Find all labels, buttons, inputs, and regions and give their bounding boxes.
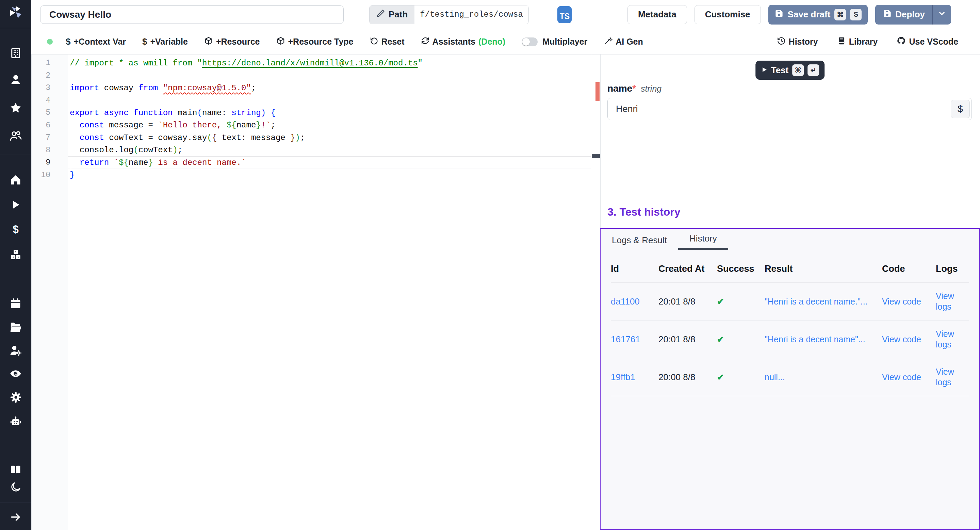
run-id-link[interactable]: da1100 bbox=[611, 283, 659, 321]
col-success: Success bbox=[717, 259, 765, 283]
save-draft-label: Save draft bbox=[788, 9, 830, 20]
kbd-enter: ↵ bbox=[808, 64, 819, 76]
package-icon bbox=[276, 37, 285, 47]
path-button[interactable]: Path f/testing_roles/cowsa bbox=[369, 5, 529, 24]
view-logs-link[interactable]: View logs bbox=[936, 321, 969, 358]
success-check-icon: ✔ bbox=[717, 358, 765, 396]
sidebar-item-audit-eye[interactable] bbox=[8, 367, 23, 380]
created-at-cell: 20:00 8/8 bbox=[659, 358, 717, 396]
preview-pane: Test ⌘ ↵ name * string $ 3. Test history bbox=[600, 54, 980, 530]
library-book-icon-button[interactable]: Library bbox=[837, 37, 878, 47]
add-context-var-button[interactable]: $ +Context Var bbox=[66, 37, 126, 47]
sidebar-item-settings-gear[interactable] bbox=[8, 390, 23, 404]
code-line: 2 bbox=[32, 69, 600, 82]
path-value[interactable]: f/testing_roles/cowsa bbox=[414, 5, 528, 24]
col-created-at: Created At bbox=[659, 259, 717, 283]
col-logs: Logs bbox=[936, 259, 969, 283]
editor-lines: 1// import * as wmill from "https://deno… bbox=[32, 57, 600, 181]
line-number: 6 bbox=[32, 121, 50, 130]
multiplayer-toggle[interactable] bbox=[522, 37, 538, 46]
variable-picker-button[interactable]: $ bbox=[951, 100, 970, 118]
windmill-logo-icon[interactable] bbox=[8, 5, 23, 19]
result-link[interactable]: null... bbox=[765, 358, 882, 396]
line-number: 4 bbox=[32, 96, 50, 105]
view-code-link[interactable]: View code bbox=[882, 283, 936, 321]
argument-name-input[interactable] bbox=[608, 98, 972, 120]
sidebar-collapse-arrow-icon[interactable] bbox=[8, 510, 23, 524]
add-resource-type-button[interactable]: +Resource Type bbox=[276, 37, 353, 47]
deploy-button[interactable]: Deploy bbox=[875, 5, 932, 24]
language-badge-ts: TS bbox=[557, 6, 572, 23]
reset-button[interactable]: Reset bbox=[370, 37, 404, 47]
result-link[interactable]: "Henri is a decent name."... bbox=[765, 283, 882, 321]
test-button[interactable]: Test ⌘ ↵ bbox=[756, 61, 825, 80]
history-row: 19ffb120:00 8/8✔null...View codeView log… bbox=[611, 358, 969, 396]
created-at-cell: 20:01 8/8 bbox=[659, 283, 717, 321]
history-table-header: Id Created At Success Result Code Logs bbox=[611, 259, 969, 283]
save-icon bbox=[775, 9, 784, 21]
sidebar-item-groups-settings[interactable] bbox=[8, 344, 23, 357]
sidebar-item-folders[interactable] bbox=[8, 320, 23, 334]
sidebar-item-resources[interactable] bbox=[8, 247, 23, 261]
chevron-down-icon bbox=[937, 9, 946, 20]
run-id-link[interactable]: 19ffb1 bbox=[611, 358, 659, 396]
sidebar-item-workspace[interactable] bbox=[8, 46, 23, 60]
result-link[interactable]: "Henri is a decent name"... bbox=[765, 321, 882, 358]
test-history-heading: 3. Test history bbox=[608, 206, 681, 218]
code-line: 4 bbox=[32, 94, 600, 107]
run-id-link[interactable]: 161761 bbox=[611, 321, 659, 358]
tab-logs-result[interactable]: Logs & Result bbox=[601, 229, 678, 250]
view-logs-link[interactable]: View logs bbox=[936, 358, 969, 396]
use-vscode-button[interactable]: Use VScode bbox=[897, 36, 958, 47]
pane-splitter[interactable] bbox=[600, 54, 601, 229]
script-title-input[interactable] bbox=[40, 5, 344, 24]
package-icon bbox=[204, 37, 213, 47]
metadata-button[interactable]: Metadata bbox=[627, 5, 687, 24]
sidebar-item-workers-robot[interactable] bbox=[8, 415, 23, 428]
code-line: 10} bbox=[32, 169, 600, 182]
deploy-label: Deploy bbox=[895, 9, 925, 20]
sidebar-item-runs[interactable] bbox=[8, 198, 23, 212]
play-icon bbox=[761, 66, 767, 74]
history-row: 16176120:01 8/8✔"Henri is a decent name"… bbox=[611, 321, 969, 358]
assistants-button[interactable]: Assistants (Deno) bbox=[421, 37, 506, 47]
history-button[interactable]: History bbox=[777, 37, 818, 47]
deploy-dropdown-button[interactable] bbox=[933, 5, 951, 24]
tab-history[interactable]: History bbox=[678, 229, 728, 250]
customise-button[interactable]: Customise bbox=[695, 5, 761, 24]
sidebar-item-users-group[interactable] bbox=[8, 129, 23, 143]
error-marker bbox=[595, 82, 600, 101]
sidebar-item-schedules[interactable] bbox=[8, 297, 23, 310]
line-number: 7 bbox=[32, 133, 50, 142]
view-logs-link[interactable]: View logs bbox=[936, 283, 969, 321]
dollar-icon: $ bbox=[66, 37, 70, 47]
code-line: 3import cowsay from "npm:cowsay@1.5.0"; bbox=[32, 82, 600, 94]
github-icon bbox=[897, 36, 906, 47]
argument-label-row: name * string bbox=[608, 83, 662, 94]
line-number: 8 bbox=[32, 146, 50, 155]
sidebar-item-home[interactable] bbox=[8, 173, 23, 187]
sidebar-divider bbox=[0, 155, 31, 155]
argument-name: name bbox=[608, 83, 632, 94]
assistants-language: (Deno) bbox=[479, 37, 505, 47]
sidebar-item-user[interactable] bbox=[8, 73, 23, 86]
add-variable-button[interactable]: $ +Variable bbox=[142, 37, 188, 47]
add-resource-button[interactable]: +Resource bbox=[204, 37, 260, 47]
multiplayer-label: Multiplayer bbox=[542, 37, 587, 47]
code-editor[interactable]: 1// import * as wmill from "https://deno… bbox=[32, 54, 600, 530]
kbd-cmd: ⌘ bbox=[834, 9, 846, 21]
code-line: 6 const message = `Hello there, ${name}!… bbox=[32, 119, 600, 132]
save-draft-button[interactable]: Save draft ⌘ S bbox=[768, 5, 868, 24]
code-line: 8 console.log(cowText); bbox=[32, 144, 600, 157]
view-code-link[interactable]: View code bbox=[882, 358, 936, 396]
cursor-position-marker bbox=[592, 154, 600, 158]
editor-toolbar: $ +Context Var $ +Variable +Resource bbox=[31, 29, 980, 54]
sidebar-item-docs-book[interactable] bbox=[8, 463, 23, 476]
sidebar-item-darkmode-moon[interactable] bbox=[8, 480, 23, 494]
code-line: 1// import * as wmill from "https://deno… bbox=[32, 57, 600, 69]
test-history-card: Logs & Result History Id Created At Succ… bbox=[600, 228, 980, 530]
sidebar-item-favorites[interactable] bbox=[8, 101, 23, 115]
sidebar-item-variables[interactable]: $ bbox=[8, 223, 23, 236]
ai-gen-button[interactable]: AI Gen bbox=[604, 37, 643, 47]
view-code-link[interactable]: View code bbox=[882, 321, 936, 358]
